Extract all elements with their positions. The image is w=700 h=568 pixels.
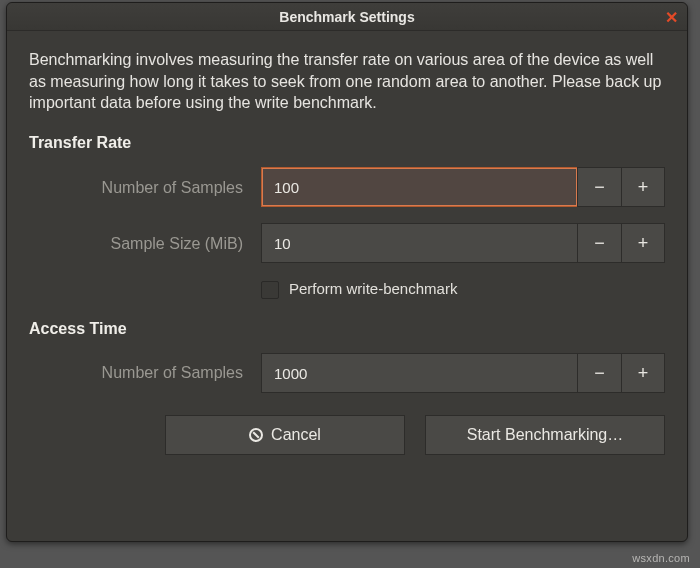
dialog-window: Benchmark Settings ✕ Benchmarking involv… [6, 2, 688, 542]
dialog-content: Benchmarking involves measuring the tran… [7, 31, 687, 475]
increment-button[interactable]: + [621, 353, 665, 393]
label-transfer-samples: Number of Samples [29, 177, 261, 199]
close-icon: ✕ [665, 8, 678, 27]
stepper-access-samples: − + [261, 353, 665, 393]
cancel-icon [249, 428, 263, 442]
cancel-button[interactable]: Cancel [165, 415, 405, 455]
minus-icon: − [594, 361, 605, 385]
description-text: Benchmarking involves measuring the tran… [29, 49, 665, 114]
label-access-samples: Number of Samples [29, 362, 261, 384]
minus-icon: − [594, 231, 605, 255]
dialog-buttons: Cancel Start Benchmarking… [29, 409, 665, 455]
increment-button[interactable]: + [621, 223, 665, 263]
minus-icon: − [594, 175, 605, 199]
plus-icon: + [638, 175, 649, 199]
input-transfer-samples[interactable] [261, 167, 577, 207]
input-access-samples[interactable] [261, 353, 577, 393]
cancel-label: Cancel [271, 424, 321, 446]
decrement-button[interactable]: − [577, 167, 621, 207]
row-sample-size: Sample Size (MiB) − + [29, 223, 665, 263]
stepper-sample-size: − + [261, 223, 665, 263]
checkbox-write-benchmark[interactable] [261, 281, 279, 299]
row-access-samples: Number of Samples − + [29, 353, 665, 393]
section-transfer-rate: Transfer Rate [29, 132, 665, 154]
watermark: wsxdn.com [632, 552, 690, 564]
plus-icon: + [638, 361, 649, 385]
input-sample-size[interactable] [261, 223, 577, 263]
label-write-benchmark[interactable]: Perform write-benchmark [289, 279, 457, 299]
start-benchmark-button[interactable]: Start Benchmarking… [425, 415, 665, 455]
plus-icon: + [638, 231, 649, 255]
decrement-button[interactable]: − [577, 223, 621, 263]
decrement-button[interactable]: − [577, 353, 621, 393]
close-button[interactable]: ✕ [659, 5, 683, 29]
row-transfer-samples: Number of Samples − + [29, 167, 665, 207]
stepper-transfer-samples: − + [261, 167, 665, 207]
start-label: Start Benchmarking… [467, 424, 624, 446]
row-write-benchmark: Perform write-benchmark [29, 279, 665, 299]
window-title: Benchmark Settings [7, 9, 687, 25]
label-sample-size: Sample Size (MiB) [29, 233, 261, 255]
titlebar: Benchmark Settings ✕ [7, 3, 687, 31]
section-access-time: Access Time [29, 318, 665, 340]
increment-button[interactable]: + [621, 167, 665, 207]
